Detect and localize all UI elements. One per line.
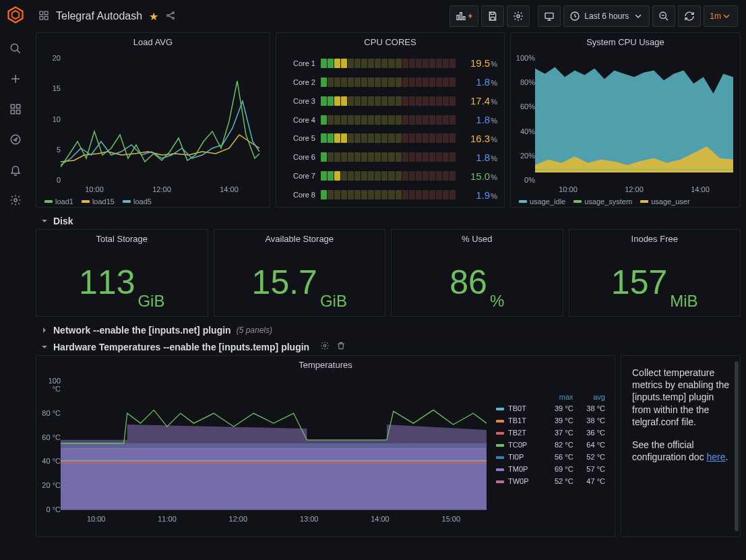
legend-row[interactable]: TW0P52 °C47 °C xyxy=(493,475,608,487)
stat-unit: GiB xyxy=(320,292,347,316)
tv-button[interactable] xyxy=(538,5,561,27)
x-axis: 10:0011:0012:0013:0014:0015:00 xyxy=(61,515,487,523)
svg-rect-10 xyxy=(44,16,48,20)
stat-available-storage[interactable]: Available Storage 15.7GiB xyxy=(214,229,386,317)
panel-load-avg[interactable]: Load AVG 20151050 10:0012:0014:00 load1l… xyxy=(36,32,270,208)
alerts-icon[interactable] xyxy=(9,164,22,178)
core-gauge xyxy=(321,115,456,125)
panel-cpu-cores[interactable]: CPU CORES Core 119.5%Core 21.8%Core 317.… xyxy=(276,32,505,208)
core-label: Core 5 xyxy=(283,134,315,142)
core-label: Core 8 xyxy=(283,191,315,199)
legend-item[interactable]: load15 xyxy=(82,197,115,206)
refresh-interval-label: 1m xyxy=(710,11,721,21)
core-gauge xyxy=(321,59,456,68)
core-value: 15.0% xyxy=(461,170,497,182)
info-paragraph-2: See the official configuration doc xyxy=(632,439,707,462)
info-link[interactable]: here xyxy=(707,452,726,462)
stat-value: 86 xyxy=(449,263,487,302)
time-range-picker[interactable]: Last 6 hours xyxy=(563,5,650,27)
y-axis: 100%80%60%40%20%0% xyxy=(515,54,535,184)
legend-row[interactable]: TB1T39 °C38 °C xyxy=(493,414,608,427)
save-button[interactable] xyxy=(481,5,504,27)
temp-legend-table: maxavgTB0T39 °C38 °CTB1T39 °C38 °CTB2T37… xyxy=(493,392,608,487)
y-axis: 100 °C80 °C60 °C40 °C20 °C0 °C xyxy=(40,377,61,514)
svg-rect-3 xyxy=(11,111,14,114)
stat-total-storage[interactable]: Total Storage 113GiB xyxy=(36,229,208,317)
panel-title: Load AVG xyxy=(36,33,270,51)
settings-button[interactable] xyxy=(507,5,530,27)
core-gauge xyxy=(321,171,456,181)
core-label: Core 2 xyxy=(283,78,315,86)
section-header-network[interactable]: Network --enable the [inputs.net] plugin… xyxy=(36,322,741,338)
grid-icon[interactable] xyxy=(38,10,49,23)
refresh-button[interactable] xyxy=(678,5,701,27)
info-paragraph: Collect temperature metrics by enabling … xyxy=(632,367,729,428)
chevron-down-icon xyxy=(41,344,48,350)
load-chart xyxy=(61,54,263,175)
legend-row[interactable]: TI0P56 °C52 °C xyxy=(493,451,608,463)
stat-value: 157 xyxy=(611,263,667,302)
share-icon[interactable] xyxy=(165,10,176,23)
gear-icon[interactable] xyxy=(320,341,330,352)
refresh-interval-picker[interactable]: 1m xyxy=(704,5,738,27)
add-icon[interactable] xyxy=(9,73,22,87)
page-title: Telegraf Autodash xyxy=(56,10,142,22)
legend-row[interactable]: TM0P69 °C57 °C xyxy=(493,463,608,475)
core-row: Core 21.8% xyxy=(283,76,497,88)
star-icon[interactable]: ★ xyxy=(149,10,158,23)
core-value: 16.3% xyxy=(461,133,497,144)
stat-inodes-free[interactable]: Inodes Free 157MiB xyxy=(569,229,741,317)
zoom-out-button[interactable] xyxy=(652,5,675,27)
core-value: 1.9% xyxy=(461,189,497,201)
section-header-temps[interactable]: Hardware Temperatures --enable the [inpu… xyxy=(36,338,741,355)
y-axis: 20151050 xyxy=(40,54,61,184)
stat-title: % Used xyxy=(462,230,493,248)
core-label: Core 4 xyxy=(283,116,315,124)
legend-row[interactable]: TB0T39 °C38 °C xyxy=(493,402,608,414)
panel-temperatures[interactable]: Temperatures 100 °C80 °C60 °C40 °C20 °C0… xyxy=(36,355,615,537)
add-panel-button[interactable]: + xyxy=(449,5,478,27)
stat-title: Inodes Free xyxy=(631,230,678,248)
stat-value: 113 xyxy=(79,263,135,302)
panel-title: System CPU Usage xyxy=(511,33,740,51)
stat-percent-used[interactable]: % Used 86% xyxy=(391,229,563,317)
grafana-logo[interactable] xyxy=(6,5,25,26)
chevron-down-icon xyxy=(41,218,48,224)
config-icon[interactable] xyxy=(9,194,22,208)
legend-item[interactable]: usage_user xyxy=(640,197,690,206)
section-header-disk[interactable]: Disk xyxy=(36,213,741,229)
side-nav xyxy=(0,0,30,560)
core-value: 19.5% xyxy=(461,57,497,69)
core-row: Core 41.8% xyxy=(283,114,497,125)
core-label: Core 3 xyxy=(283,97,315,105)
svg-point-6 xyxy=(13,199,17,202)
dashboards-icon[interactable] xyxy=(9,103,22,117)
legend-item[interactable]: usage_system xyxy=(573,197,632,206)
svg-point-0 xyxy=(11,44,18,51)
core-label: Core 7 xyxy=(283,172,315,180)
svg-rect-14 xyxy=(457,15,459,20)
svg-rect-2 xyxy=(16,104,20,108)
legend-item[interactable]: usage_idle xyxy=(519,197,565,206)
legend-row[interactable]: TC0P82 °C64 °C xyxy=(493,439,608,451)
section-title: Hardware Temperatures --enable the [inpu… xyxy=(53,342,309,352)
trash-icon[interactable] xyxy=(336,341,346,352)
panel-title: CPU CORES xyxy=(276,33,504,51)
core-row: Core 119.5% xyxy=(283,57,497,69)
legend-item[interactable]: load5 xyxy=(123,197,152,206)
explore-icon[interactable] xyxy=(9,133,22,148)
stat-title: Total Storage xyxy=(96,230,148,248)
x-axis: 10:0012:0014:00 xyxy=(535,185,733,193)
chevron-right-icon xyxy=(41,327,48,334)
core-gauge xyxy=(321,190,456,199)
core-value: 1.8% xyxy=(461,114,497,125)
x-axis: 10:0012:0014:00 xyxy=(61,185,263,193)
legend-row[interactable]: TB2T37 °C36 °C xyxy=(493,427,608,439)
core-value: 17.4% xyxy=(461,95,497,106)
panel-system-cpu[interactable]: System CPU Usage 100%80%60%40%20%0% 10:0… xyxy=(510,32,741,208)
svg-point-17 xyxy=(517,15,520,18)
legend-item[interactable]: load1 xyxy=(44,197,73,206)
search-icon[interactable] xyxy=(9,42,22,57)
svg-rect-15 xyxy=(460,13,462,20)
stat-unit: GiB xyxy=(137,292,164,316)
